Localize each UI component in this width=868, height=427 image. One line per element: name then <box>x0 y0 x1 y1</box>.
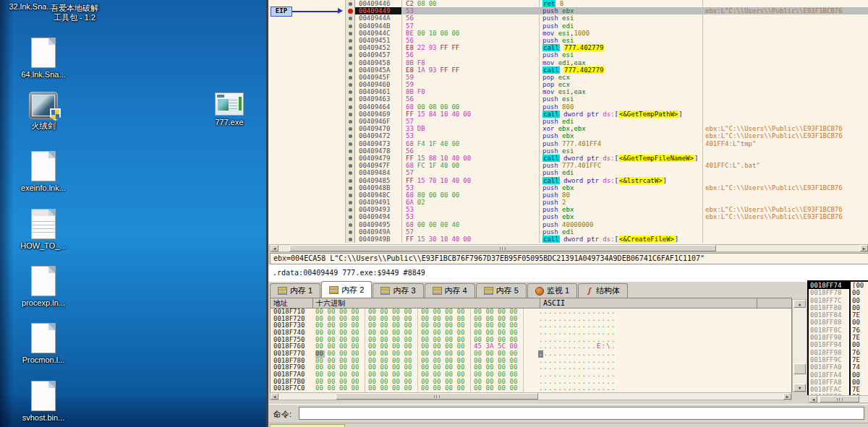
scroll-left-icon[interactable]: ◀ <box>271 393 278 400</box>
dump-byte[interactable]: 00 <box>328 385 340 392</box>
disasm-row[interactable]: 0040947033DBxor ebx,ebxebx:L"C:\\Users\\… <box>268 125 868 132</box>
breakpoint-cell[interactable] <box>345 22 355 30</box>
tab-memory-4[interactable]: 内存 4 <box>425 283 475 298</box>
breakpoint-cell[interactable] <box>345 155 355 162</box>
desktop-item-huorongjian[interactable]: 火绒剑 <box>6 92 81 131</box>
dump-row[interactable]: 0018F79000000000000000000000000000000000… <box>271 364 791 371</box>
desktop-item-procexp[interactable]: procexp.ln... <box>6 266 81 308</box>
breakpoint-cell[interactable] <box>345 66 355 74</box>
breakpoint-cell[interactable] <box>345 30 355 37</box>
dump-byte[interactable]: 00 <box>368 385 380 392</box>
dump-row[interactable]: 0018F74000000000000000000000000000000000… <box>271 329 791 337</box>
disasm-row[interactable]: 0040944A56push esi <box>268 14 868 22</box>
breakpoint-cell[interactable] <box>345 125 355 132</box>
breakpoint-cell[interactable] <box>345 81 355 88</box>
disasm-row[interactable]: 0040945756push esi <box>268 51 868 59</box>
dump-row[interactable]: 0018F7A000000000000000000000000000000000… <box>271 371 791 379</box>
scrollbar-thumb[interactable] <box>793 363 806 374</box>
stack-row[interactable]: 0018FF9400 <box>809 341 868 348</box>
desktop-item-howto[interactable]: HOW_TO_... <box>6 209 81 251</box>
scroll-left-icon[interactable]: ◀ <box>271 245 278 251</box>
dump-row[interactable]: 0018F7C000000000000000000000000000000000… <box>271 385 791 392</box>
disasm-row[interactable]: 0040944B57push edi <box>268 22 868 30</box>
breakpoint-cell[interactable] <box>345 51 355 59</box>
disasm-row[interactable]: 0040949A57push edi <box>268 228 868 236</box>
stack-row[interactable]: 0018FF847E <box>809 311 868 319</box>
disasm-row[interactable]: 004094916A02push 2 <box>268 199 868 206</box>
tab-watch-1[interactable]: 监视 1 <box>527 283 577 298</box>
breakpoint-cell[interactable] <box>345 162 355 169</box>
disasm-row[interactable]: 00409446C20800ret 8 <box>268 0 868 7</box>
disasm-row[interactable]: 004094588BF8mov edi,eax <box>268 59 868 66</box>
breakpoint-cell[interactable] <box>345 140 355 147</box>
breakpoint-cell[interactable] <box>345 37 355 44</box>
dump-row[interactable]: 0018F78000000000000000000000000000000000… <box>271 358 791 365</box>
dump-byte[interactable]: 00 <box>315 385 328 392</box>
dump-row[interactable]: 0018F71000000000000000000000000000000000… <box>271 309 791 316</box>
command-input[interactable] <box>299 407 864 420</box>
disasm-row[interactable]: 0040948B53push ebxebx:L"C:\\Users\\Publi… <box>268 184 868 191</box>
desktop-item-svhost[interactable]: svhost.bin... <box>6 381 81 423</box>
dump-h-scrollbar[interactable]: ◀ ▶ <box>270 392 792 400</box>
disasm-row[interactable]: 004094956800000040push 40000000 <box>268 221 868 228</box>
stack-row[interactable]: 0018FF7800 <box>809 289 868 296</box>
disasm-row[interactable]: 0040948C6880000000push 80 <box>268 191 868 199</box>
stack-row[interactable]: 0018FF74[00 <box>809 282 868 289</box>
disasm-row[interactable]: 00409452E82293FFFFcall 777.402779 <box>268 44 868 51</box>
dump-byte[interactable]: 00 <box>498 385 510 392</box>
stack-row[interactable]: 0018FF9C7E <box>809 356 868 363</box>
disasm-row[interactable]: 0040949BFF1530104000call dword ptr ds:[<… <box>268 236 868 243</box>
scrollbar-thumb[interactable] <box>289 245 716 251</box>
scroll-up-icon[interactable]: ▲ <box>793 300 806 308</box>
disasm-row[interactable]: 0040946F57push edi <box>268 118 868 125</box>
desktop-item-64lnk[interactable]: 64.lnk.Sna... <box>6 38 81 79</box>
breakpoint-cell[interactable] <box>345 191 355 199</box>
disasm-row[interactable]: 0040947856push esi <box>268 147 868 155</box>
scrollbar-thumb[interactable] <box>820 396 859 402</box>
breakpoint-cell[interactable] <box>345 177 355 184</box>
stack-row[interactable]: 0018FF8C76 <box>809 327 868 334</box>
stack-h-scrollbar[interactable]: ◀ <box>809 395 868 403</box>
desktop-item-procmon[interactable]: Procmon.l... <box>6 323 81 365</box>
scroll-right-icon[interactable]: ▶ <box>783 393 791 400</box>
disasm-row[interactable]: 0040949453push ebxebx:L"C:\\Users\\Publi… <box>268 213 868 220</box>
breakpoint-cell[interactable] <box>345 118 355 125</box>
desktop-item-exeinfo[interactable]: exeinfo.lnk... <box>6 151 81 193</box>
scroll-down-icon[interactable]: ▼ <box>793 384 806 392</box>
dump-byte[interactable]: 00 <box>445 385 457 392</box>
disasm-row[interactable]: 00409479FF1588104000call dword ptr ds:[<… <box>268 155 868 162</box>
disasm-row[interactable]: 004094646800080000push 800 <box>268 103 868 111</box>
dump-byte[interactable]: 00 <box>486 385 498 392</box>
dump-byte[interactable]: 00 <box>421 385 433 392</box>
disasm-row[interactable]: 00409469FF1584104000call dword ptr ds:[<… <box>268 111 868 118</box>
disasm-row[interactable]: 0040945AE81A93FFFFcall 777.402779 <box>268 66 868 74</box>
dump-byte[interactable]: 00 <box>457 385 469 392</box>
dump-row[interactable]: 0018F73000000000000000000000000000000000… <box>271 322 791 329</box>
dump-byte[interactable]: 00 <box>339 385 352 392</box>
dump-byte[interactable]: 00 <box>433 385 446 392</box>
disasm-row[interactable]: 0040947F68FC1F4000push 777.401FFC401FFC:… <box>268 162 868 169</box>
dump-v-scrollbar[interactable]: ▲ ▼ <box>792 299 807 392</box>
desktop-item-52pojie-toolkit[interactable]: 吾爱本地破解工具包 - 1.2 <box>43 4 106 22</box>
dump-row[interactable]: 0018F760000000000000000000000000453A5C00… <box>271 343 791 350</box>
disasm-row[interactable]: 0040945156push esi <box>268 37 868 44</box>
disasm-row[interactable]: 0040946059pop ecx <box>268 81 868 88</box>
tab-struct[interactable]: ʃ结构体 <box>578 283 628 298</box>
scrollbar-thumb[interactable] <box>336 393 538 400</box>
disasm-row[interactable]: 0040947253push ebxebx:L"C:\\Users\\Publi… <box>268 132 868 139</box>
tab-memory-5[interactable]: 内存 5 <box>476 283 527 298</box>
breakpoint-cell[interactable] <box>345 95 355 103</box>
disasm-row[interactable]: 004094618BF0mov esi,eax <box>268 88 868 95</box>
stack-row[interactable]: 0018FFA400 <box>809 371 868 379</box>
dump-byte[interactable]: 00 <box>392 385 404 392</box>
breakpoint-cell[interactable] <box>345 147 355 155</box>
scroll-right-icon[interactable]: ▶ <box>860 245 868 251</box>
dump-byte[interactable]: 00 <box>380 385 393 392</box>
disasm-row[interactable]: 0040947368F41F4000push 777.401FF4401FF4:… <box>268 140 868 147</box>
breakpoint-cell[interactable] <box>345 59 355 66</box>
stack-row[interactable]: 0018FFAC7E <box>809 386 868 393</box>
dump-row[interactable]: 0018F72000000000000000000000000000000000… <box>271 316 791 323</box>
breakpoint-cell[interactable] <box>345 88 355 95</box>
disasm-row[interactable]: 0040944CBE00100000mov esi,1000 <box>268 30 868 37</box>
dump-byte[interactable]: 00 <box>474 385 486 392</box>
